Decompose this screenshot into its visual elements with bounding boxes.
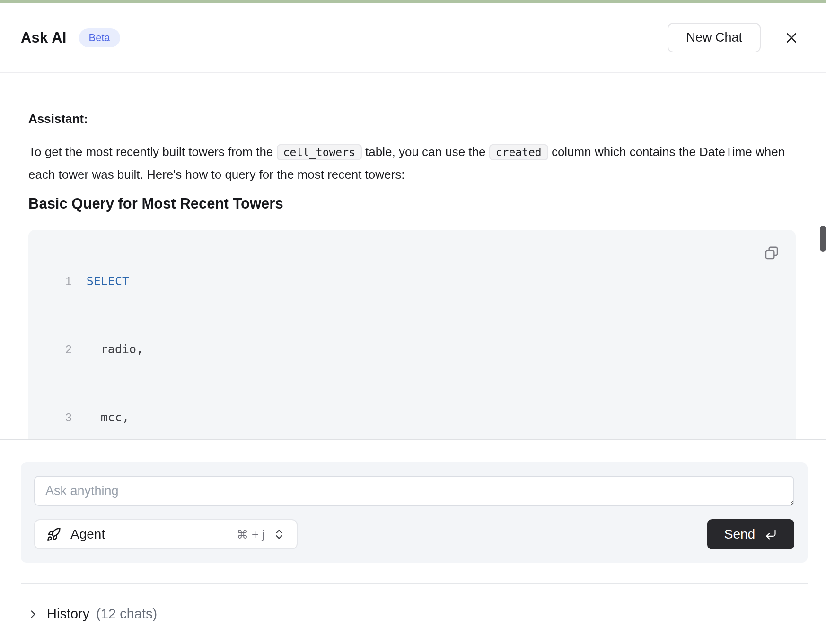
line-number: 3 [41,406,72,428]
close-icon [784,31,799,45]
chevron-right-icon [27,608,39,620]
agent-mode-label: Agent [70,527,105,542]
ask-ai-header: Ask AI Beta New Chat [0,3,826,73]
sql-code-block: 1SELECT 2 radio, 3 mcc, 4 net, 5 area, 6… [28,230,796,439]
rocket-icon [46,527,61,542]
line-number: 1 [41,270,72,292]
composer-container: Agent ⌘ + j Send [21,462,808,563]
code-line: 1SELECT [28,248,796,316]
assistant-paragraph: To get the most recently built towers fr… [28,141,785,186]
history-label: History [47,606,89,622]
beta-badge: Beta [79,28,120,47]
composer-section: Agent ⌘ + j Send [0,440,826,584]
send-button[interactable]: Send [707,519,794,549]
paragraph-text: To get the most recently built towers fr… [28,145,277,159]
assistant-role-label: Assistant: [28,112,798,126]
history-count: (12 chats) [96,606,157,622]
agent-shortcut-hint: ⌘ + j [237,528,264,541]
ask-input[interactable] [34,476,794,506]
paragraph-text: table, you can use the [362,145,489,159]
copy-icon [764,245,779,261]
line-number: 2 [41,338,72,360]
history-toggle[interactable]: History (12 chats) [0,606,826,622]
scrollbar-thumb[interactable] [820,226,826,252]
page-title: Ask AI [21,29,67,46]
inline-code-created: created [489,144,548,160]
inline-code-cell-towers: cell_towers [277,144,362,160]
new-chat-button[interactable]: New Chat [668,23,761,52]
return-icon [764,528,777,541]
chat-message-area: Assistant: To get the most recently buil… [0,73,826,439]
code-line: 2 radio, [28,316,796,384]
agent-mode-select[interactable]: Agent ⌘ + j [34,519,298,549]
section-heading: Basic Query for Most Recent Towers [28,194,798,213]
copy-code-button[interactable] [764,245,779,261]
chevrons-up-down-icon [273,528,285,540]
send-button-label: Send [724,527,755,542]
composer-controls-row: Agent ⌘ + j Send [34,519,794,549]
bottom-divider [21,583,808,584]
close-button[interactable] [783,30,800,46]
code-line: 3 mcc, [28,384,796,439]
